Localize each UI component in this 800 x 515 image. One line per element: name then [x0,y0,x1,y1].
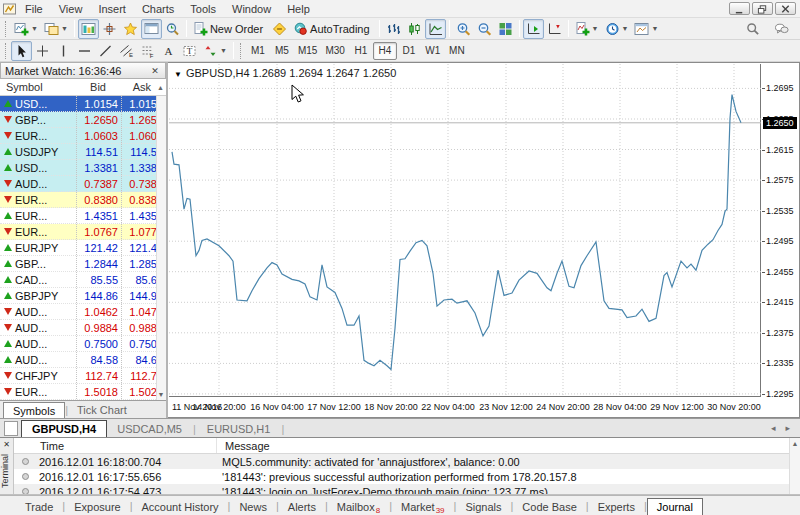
crosshair-button[interactable] [32,41,53,61]
search-button[interactable] [742,19,763,39]
tab-exposure[interactable]: Exposure [65,498,129,515]
market-watch-row[interactable]: AUD...0.75000.7506 [0,336,166,352]
market-watch-row[interactable]: GBP...1.28441.2852 [0,256,166,272]
close-icon[interactable]: ✕ [149,66,161,76]
new-order-button[interactable]: New Order [190,19,269,39]
profiles-button[interactable]: ▼ [41,19,71,39]
zoom-out-button[interactable] [474,19,495,39]
scroll-up-icon[interactable]: ▲ [790,438,800,449]
timeframe-D1[interactable]: D1 [397,42,421,60]
tab-symbols[interactable]: Symbols [3,402,65,418]
tab-scroll-right-icon[interactable]: ▸ [785,423,790,433]
market-watch-row[interactable]: AUD...0.98840.9889 [0,320,166,336]
tab-journal[interactable]: Journal [647,498,703,515]
close-button[interactable] [775,2,796,15]
journal-row[interactable]: 2016.12.01 16:18:00.704MQL5.community: a… [14,454,800,469]
chart-plot[interactable] [169,64,761,397]
menu-window[interactable]: Window [224,2,279,16]
text-button[interactable]: A [158,41,179,61]
tab-trade[interactable]: Trade [16,498,62,515]
timeframe-M1[interactable]: M1 [246,42,270,60]
terminal-button[interactable] [141,19,162,39]
tab-signals[interactable]: Signals [456,498,510,515]
equidistant-channel-button[interactable]: E [116,41,137,61]
chevron-down-icon[interactable]: ▼ [61,25,68,32]
menu-charts[interactable]: Charts [134,2,182,16]
periods-button[interactable]: ▼ [602,19,632,39]
data-window-button[interactable] [99,19,120,39]
chart-tab-eurusd-h1[interactable]: EURUSD,H1 [197,420,281,437]
market-watch-row[interactable]: USD...1.33811.3383 [0,160,166,176]
chevron-down-icon[interactable]: ▼ [622,25,629,32]
chat-button[interactable] [771,19,792,39]
chart-tab-gbpusd-h4[interactable]: GBPUSD,H4 [21,420,107,437]
tab-mailbox[interactable]: Mailbox8 [328,498,389,515]
metaeditor-button[interactable] [269,19,290,39]
market-watch-row[interactable]: GBP...1.26501.2653 [0,112,166,128]
vertical-line-button[interactable] [53,41,74,61]
market-watch-row[interactable]: EUR...0.83800.8384 [0,192,166,208]
terminal-scrollbar[interactable]: ▲ [789,438,800,494]
market-watch-row[interactable]: AUD...0.73870.7389 [0,176,166,192]
menu-help[interactable]: Help [279,2,318,16]
scroll-down-icon[interactable]: ▼ [156,389,166,400]
tab-experts[interactable]: Experts [589,498,644,515]
price-axis[interactable]: 1.26951.26551.26151.25751.25351.24951.24… [762,64,799,397]
journal-row[interactable]: 2016.12.01 16:17:54.473'181443': login o… [14,484,800,494]
chart-list-icon[interactable] [4,421,18,436]
market-watch-row[interactable]: AUD...84.5884.63 [0,352,166,368]
timeframe-M30[interactable]: M30 [321,42,348,60]
market-watch-scrollbar[interactable]: ▼ [156,96,166,400]
horizontal-line-button[interactable] [74,41,95,61]
market-watch-row[interactable]: CHFJPY112.74112.79 [0,368,166,384]
tab-account-history[interactable]: Account History [133,498,228,515]
arrows-button[interactable]: ▼ [200,41,230,61]
bar-chart-button[interactable] [383,19,404,39]
market-watch-row[interactable]: USDJPY114.51114.53 [0,144,166,160]
chevron-down-icon[interactable]: ▼ [31,25,38,32]
restore-button[interactable] [752,2,773,15]
column-symbol[interactable]: Symbol [0,81,65,93]
timeframe-MN[interactable]: MN [445,42,469,60]
templates-button[interactable]: ▼ [631,19,661,39]
toolbar-handle[interactable] [240,43,243,59]
journal-row[interactable]: 2016.12.01 16:17:55.656'181443': previou… [14,469,800,484]
chevron-down-icon[interactable]: ▼ [651,25,658,32]
timeframe-H4[interactable]: H4 [373,42,397,60]
market-watch-row[interactable]: EUR...1.06031.0605 [0,128,166,144]
time-axis[interactable]: 11 Nov 201614 Nov 20:0016 Nov 04:0017 No… [169,398,799,417]
chevron-down-icon[interactable]: ▼ [174,70,182,79]
tab-news[interactable]: News [230,498,276,515]
timeframe-W1[interactable]: W1 [421,42,445,60]
column-ask[interactable]: Ask [110,81,155,93]
chart-tab-usdcad-m5[interactable]: USDCAD,M5 [107,420,192,437]
market-watch-button[interactable] [78,19,99,39]
auto-scroll-button[interactable] [523,19,544,39]
text-label-button[interactable]: T [179,41,200,61]
tab-market[interactable]: Market39 [392,498,454,515]
menu-file[interactable]: File [17,2,51,16]
tab-scroll-left-icon[interactable]: ◂ [771,423,776,433]
timeframe-H1[interactable]: H1 [349,42,373,60]
tab-tick-chart[interactable]: Tick Chart [68,402,136,418]
minimize-button[interactable] [729,2,750,15]
trend-line-button[interactable] [95,41,116,61]
chart-shift-button[interactable] [544,19,565,39]
market-watch-row[interactable]: CAD...85.5585.60 [0,272,166,288]
toolbar-handle[interactable] [5,43,8,59]
market-watch-row[interactable]: USD...1.01541.0157 [0,96,166,112]
market-watch-row[interactable]: EURJPY121.42121.46 [0,240,166,256]
tile-windows-button[interactable] [495,19,516,39]
column-bid[interactable]: Bid [65,81,110,93]
timeframe-M15[interactable]: M15 [294,42,321,60]
indicators-button[interactable]: ▼ [572,19,602,39]
tab-alerts[interactable]: Alerts [279,498,325,515]
strategy-tester-button[interactable] [162,19,183,39]
autotrading-button[interactable]: AutoTrading [290,19,376,39]
menu-view[interactable]: View [51,2,91,16]
column-message[interactable]: Message [216,438,800,453]
market-watch-row[interactable]: EUR...1.43511.4356 [0,208,166,224]
line-chart-button[interactable] [425,19,446,39]
chevron-down-icon[interactable]: ▼ [592,25,599,32]
menu-tools[interactable]: Tools [182,2,224,16]
